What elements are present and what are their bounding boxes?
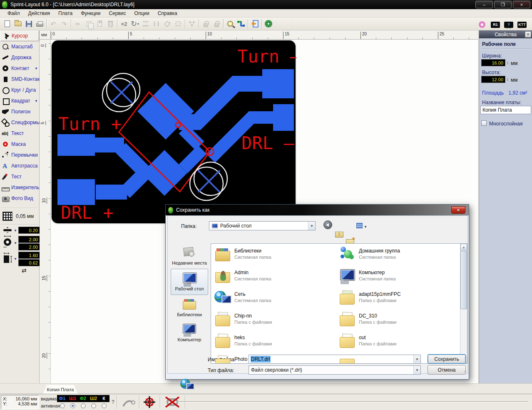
file-item[interactable]: Домашняя группа Системная папка bbox=[339, 247, 460, 268]
layer-radio[interactable] bbox=[88, 402, 99, 409]
board-tab[interactable]: Копия Плата bbox=[43, 385, 78, 394]
layer-toggle[interactable]: Ш2 bbox=[88, 395, 99, 402]
rotate-dropdown-icon[interactable]: ▾ bbox=[137, 22, 139, 26]
copy-button[interactable] bbox=[83, 18, 94, 29]
menu-item[interactable]: Опции bbox=[130, 10, 154, 17]
width-spinner[interactable]: ↕ bbox=[507, 60, 509, 65]
pad-inner-field[interactable]: 2.00 bbox=[18, 243, 40, 250]
up-folder-button[interactable] bbox=[335, 232, 343, 238]
lock-button[interactable] bbox=[200, 18, 211, 29]
paste-button[interactable] bbox=[94, 18, 105, 29]
sidebar-item[interactable]: Библиотеки bbox=[171, 295, 208, 320]
crosshair-button[interactable] bbox=[142, 395, 157, 410]
print-button[interactable] bbox=[34, 18, 45, 29]
file-item[interactable]: Библиотеки Системная папка bbox=[214, 247, 339, 268]
file-item[interactable]: Admin Системная папка bbox=[214, 268, 339, 290]
help-macro-button[interactable]: ?▪ ▪ bbox=[503, 19, 514, 30]
file-item[interactable]: Chip-nn Папка с файлами bbox=[214, 312, 339, 333]
pad-outer-field[interactable]: 2.00 bbox=[18, 236, 40, 243]
layer-toggle[interactable]: Ф1 bbox=[57, 395, 67, 402]
photo-view-button[interactable] bbox=[263, 18, 274, 29]
filename-combo[interactable]: DRLT.drl ▼ bbox=[249, 355, 421, 364]
views-dropdown-icon[interactable]: ▼ bbox=[364, 225, 367, 229]
cancel-button[interactable]: Отмена bbox=[428, 365, 466, 375]
snap-grid-button[interactable] bbox=[236, 18, 246, 29]
export-button[interactable] bbox=[249, 18, 260, 29]
scroll-up-icon[interactable]: ▲ bbox=[460, 244, 467, 250]
folder-combo-arrow-icon[interactable]: ▼ bbox=[308, 222, 315, 230]
smd-height-field[interactable]: 0.62 bbox=[18, 259, 40, 266]
maximize-button[interactable]: ❐ bbox=[494, 1, 512, 8]
tool-item[interactable]: Полигон ▼ bbox=[0, 106, 39, 117]
menu-item[interactable]: Сервис bbox=[104, 10, 130, 17]
multilayer-checkbox[interactable] bbox=[481, 120, 487, 126]
height-field[interactable]: 12.00 bbox=[481, 76, 505, 83]
tool-item[interactable]: Масштаб ▼ bbox=[0, 41, 39, 52]
tool-item[interactable]: Автотрасса ▼ bbox=[0, 160, 39, 171]
sidebar-item[interactable]: Рабочий стол bbox=[171, 269, 208, 295]
ktt-macro-button[interactable]: KTT∶∶ bbox=[517, 19, 527, 30]
file-item[interactable]: Сеть Системная папка bbox=[214, 290, 339, 312]
pad-size-dropdown-icon[interactable]: ▼ bbox=[14, 241, 17, 245]
tool-dropdown-icon[interactable]: ▼ bbox=[35, 99, 38, 103]
smd-size-dropdown-icon[interactable]: ▼ bbox=[14, 257, 17, 261]
save-button[interactable] bbox=[23, 18, 34, 29]
file-list-scrollbar[interactable]: ▲ ▼ bbox=[460, 244, 467, 363]
undo-button[interactable]: ↶ bbox=[48, 18, 59, 29]
group-button[interactable] bbox=[186, 18, 197, 29]
track-width-dropdown-icon[interactable]: ▼ bbox=[14, 229, 17, 232]
no-rubberband-button[interactable] bbox=[163, 395, 181, 410]
cut-button[interactable]: ✂ bbox=[72, 18, 83, 29]
open-file-button[interactable] bbox=[12, 18, 23, 29]
back-button[interactable] bbox=[323, 220, 332, 229]
save-confirm-button[interactable]: Сохранить bbox=[428, 354, 466, 364]
macro-donut-button[interactable] bbox=[477, 19, 487, 30]
rotate-button[interactable]: ↻▾ bbox=[129, 18, 140, 29]
tool-item[interactable]: Круг / Дуга ▼ bbox=[0, 85, 39, 95]
menu-item[interactable]: Действия bbox=[24, 10, 55, 17]
rotate-selection-button[interactable] bbox=[162, 18, 173, 29]
views-button[interactable] bbox=[356, 223, 363, 228]
connection-check-button[interactable] bbox=[121, 395, 137, 410]
filename-combo-arrow-icon[interactable]: ▼ bbox=[413, 355, 420, 363]
mirror-horizontal-button[interactable] bbox=[140, 18, 151, 29]
snap-center-button[interactable] bbox=[173, 18, 184, 29]
tool-item[interactable]: Дорожка ▼ bbox=[0, 52, 39, 63]
folder-combo[interactable]: Рабочий стол ▼ bbox=[209, 221, 316, 230]
tool-item[interactable]: Маска ▼ bbox=[0, 139, 39, 150]
menu-item[interactable]: Функции bbox=[77, 10, 104, 17]
layer-toggle[interactable]: Ш1 bbox=[67, 395, 78, 402]
tool-item[interactable]: Текст ▼ bbox=[0, 128, 39, 139]
board-name-input[interactable]: Копия Плата bbox=[480, 106, 531, 114]
tool-item[interactable]: Перемычки ▼ bbox=[0, 150, 39, 160]
sidebar-item[interactable]: Компьютер bbox=[171, 320, 208, 345]
smd-width-field[interactable]: 1.60 bbox=[18, 252, 40, 259]
tool-item[interactable]: Тест ▼ bbox=[0, 171, 39, 182]
tool-item[interactable]: Курсор ▼ bbox=[0, 30, 39, 41]
new-file-button[interactable] bbox=[2, 18, 12, 29]
file-item[interactable]: Компьютер Системная папка bbox=[339, 268, 460, 290]
filetype-combo[interactable]: Файл сверловки (*.drl) ▼ bbox=[249, 365, 421, 375]
sidebar-item[interactable]: Недавние места bbox=[171, 243, 208, 269]
r1-macro-button[interactable]: R1∶ bbox=[490, 19, 501, 30]
pcb-board[interactable]: Turn – Turn + DRL – DRL + bbox=[51, 40, 296, 224]
m-macro-button[interactable]: M bbox=[530, 19, 532, 30]
file-item[interactable]: out Папка с файлами bbox=[339, 333, 460, 355]
zoom-button[interactable] bbox=[225, 18, 236, 29]
layer-radio[interactable] bbox=[57, 402, 67, 409]
menu-item[interactable]: Плата bbox=[54, 10, 77, 17]
layer-radio[interactable] bbox=[67, 402, 78, 409]
menu-item[interactable]: Файл bbox=[3, 10, 24, 17]
layer-radio[interactable] bbox=[78, 402, 88, 409]
layer-help[interactable]: ? bbox=[112, 399, 114, 405]
close-button[interactable]: × bbox=[513, 1, 530, 8]
tool-item[interactable]: Спецформы ▼ bbox=[0, 117, 39, 128]
tool-item[interactable]: Фото Вид ▼ bbox=[0, 193, 39, 204]
track-width-field[interactable]: 0.20 bbox=[18, 227, 40, 234]
file-item[interactable]: adapt15p1mmFPC Папка с файлами bbox=[339, 290, 460, 312]
properties-close-icon[interactable]: × bbox=[525, 31, 531, 38]
delete-button[interactable] bbox=[105, 18, 116, 29]
redo-button[interactable]: ↷ bbox=[59, 18, 70, 29]
resize-grip[interactable] bbox=[463, 369, 466, 372]
layer-toggle[interactable]: Ф2 bbox=[78, 395, 88, 402]
